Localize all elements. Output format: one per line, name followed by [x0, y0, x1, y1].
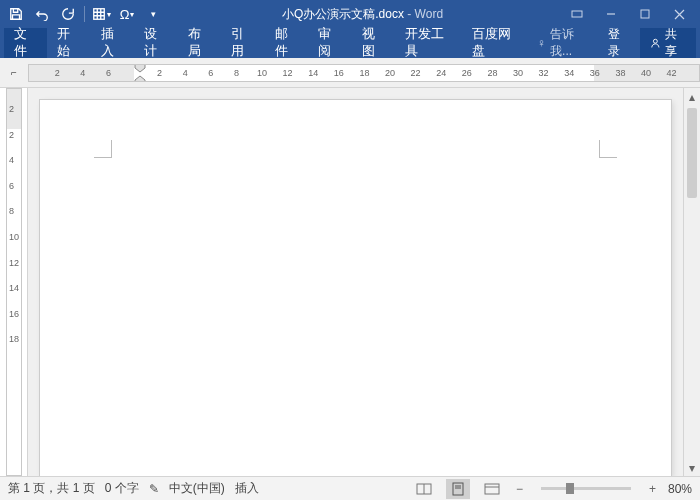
redo-button[interactable]: [56, 2, 80, 26]
minimize-button[interactable]: [594, 2, 628, 26]
print-layout-button[interactable]: [446, 479, 470, 499]
qat-customize-button[interactable]: ▾: [141, 2, 165, 26]
vertical-scrollbar[interactable]: ▴ ▾: [683, 88, 700, 476]
title-bar: ▾ Ω▾ ▾ 小Q办公演示文稿.docx - Word: [0, 0, 700, 28]
word-count-status[interactable]: 0 个字: [105, 480, 139, 497]
tab-insert[interactable]: 插入: [91, 28, 134, 58]
lightbulb-icon: ♀: [537, 36, 546, 50]
window-controls: [560, 2, 696, 26]
tab-layout[interactable]: 布局: [178, 28, 221, 58]
insert-mode-status[interactable]: 插入: [235, 480, 259, 497]
read-mode-button[interactable]: [412, 479, 436, 499]
svg-rect-3: [641, 10, 649, 18]
tab-references[interactable]: 引用: [221, 28, 264, 58]
margin-corner-tr: [599, 140, 617, 158]
person-icon: [650, 37, 661, 49]
margin-corner-tl: [94, 140, 112, 158]
zoom-slider-thumb[interactable]: [566, 483, 574, 494]
tab-baidu[interactable]: 百度网盘: [462, 28, 529, 58]
scroll-thumb[interactable]: [687, 108, 697, 198]
tab-mailings[interactable]: 邮件: [265, 28, 308, 58]
web-layout-button[interactable]: [480, 479, 504, 499]
tab-review[interactable]: 审阅: [308, 28, 351, 58]
svg-point-4: [653, 39, 657, 43]
page-count-status[interactable]: 第 1 页，共 1 页: [8, 480, 95, 497]
scroll-up-button[interactable]: ▴: [684, 88, 700, 105]
proofing-status[interactable]: ✎: [149, 482, 159, 496]
close-button[interactable]: [662, 2, 696, 26]
quick-access-toolbar: ▾ Ω▾ ▾: [4, 2, 165, 26]
zoom-slider[interactable]: [541, 487, 631, 490]
language-status[interactable]: 中文(中国): [169, 480, 225, 497]
maximize-button[interactable]: [628, 2, 662, 26]
window-title: 小Q办公演示文稿.docx - Word: [165, 6, 560, 23]
first-line-indent-marker[interactable]: [134, 64, 146, 82]
save-button[interactable]: [4, 2, 28, 26]
page[interactable]: [40, 100, 671, 476]
tab-view[interactable]: 视图: [352, 28, 395, 58]
undo-button[interactable]: [30, 2, 54, 26]
svg-rect-0: [93, 9, 104, 20]
scroll-down-button[interactable]: ▾: [684, 459, 700, 476]
status-bar: 第 1 页，共 1 页 0 个字 ✎ 中文(中国) 插入 − + 80%: [0, 476, 700, 500]
svg-rect-7: [453, 483, 463, 495]
tab-design[interactable]: 设计: [134, 28, 177, 58]
share-button[interactable]: 共享: [640, 28, 696, 58]
workspace: 224681012141618 ▴ ▾: [0, 88, 700, 476]
tab-developer[interactable]: 开发工具: [395, 28, 462, 58]
ruler-corner[interactable]: ⌐: [0, 58, 28, 87]
tell-me-search[interactable]: ♀告诉我...: [529, 26, 598, 60]
ribbon-tabs: 文件 开始 插入 设计 布局 引用 邮件 审阅 视图 开发工具 百度网盘 ♀告诉…: [0, 28, 700, 58]
symbol-quick-button[interactable]: Ω▾: [115, 2, 139, 26]
zoom-in-button[interactable]: +: [647, 482, 658, 496]
login-button[interactable]: 登录: [598, 26, 640, 60]
horizontal-ruler-area: ⌐ 64224681012141618202224262830323436384…: [0, 58, 700, 88]
document-area[interactable]: [28, 88, 683, 476]
ribbon-options-button[interactable]: [560, 2, 594, 26]
horizontal-ruler[interactable]: 6422468101214161820222426283032343638404…: [28, 64, 700, 82]
zoom-level[interactable]: 80%: [668, 482, 692, 496]
vertical-ruler[interactable]: 224681012141618: [0, 88, 28, 476]
svg-rect-10: [485, 484, 499, 494]
tab-file[interactable]: 文件: [4, 28, 47, 58]
tab-home[interactable]: 开始: [47, 28, 90, 58]
table-quick-button[interactable]: ▾: [89, 2, 113, 26]
svg-rect-1: [572, 11, 582, 17]
zoom-out-button[interactable]: −: [514, 482, 525, 496]
